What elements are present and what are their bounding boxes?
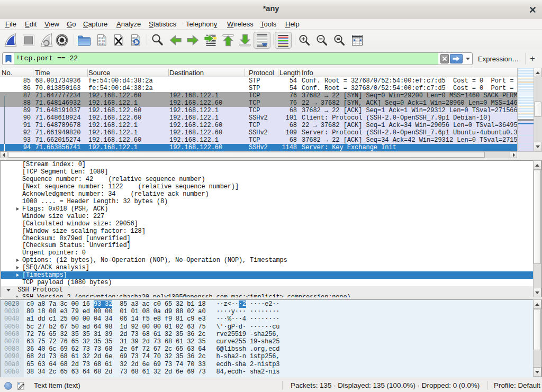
svg-text:0111: 0111 xyxy=(98,43,105,46)
